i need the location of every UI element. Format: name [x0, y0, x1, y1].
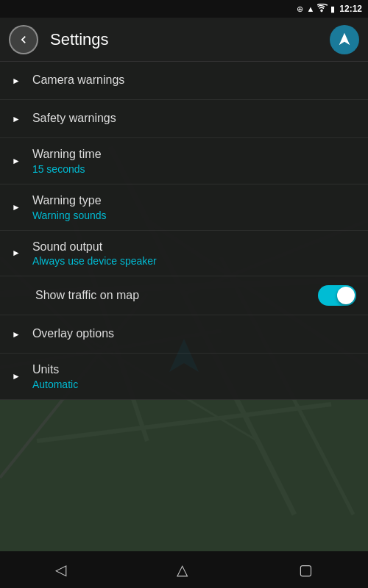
- item-label-camera-warnings: Camera warnings: [32, 73, 356, 88]
- settings-item-units[interactable]: ► Units Automatic: [0, 354, 368, 400]
- header: Settings: [0, 18, 368, 62]
- item-label-overlay-options: Overlay options: [32, 326, 356, 342]
- item-value-units: Automatic: [32, 379, 356, 390]
- svg-marker-13: [339, 32, 350, 45]
- item-content-warning-time: Warning time 15 seconds: [32, 147, 356, 175]
- toggle-knob-show-traffic: [337, 287, 355, 304]
- item-content-warning-type: Warning type Warning sounds: [32, 193, 356, 221]
- arrow-icon-sound-output: ►: [12, 248, 21, 258]
- navigation-button[interactable]: [330, 25, 359, 54]
- status-time: 12:12: [339, 4, 362, 14]
- item-label-safety-warnings: Safety warnings: [32, 111, 356, 126]
- item-value-warning-type: Warning sounds: [32, 209, 356, 221]
- page-title: Settings: [50, 30, 330, 49]
- settings-item-safety-warnings[interactable]: ► Safety warnings: [0, 100, 368, 138]
- home-nav-button[interactable]: △: [162, 555, 202, 584]
- item-label-warning-type: Warning type: [32, 193, 356, 209]
- location-icon: ⊕: [297, 4, 303, 14]
- item-label-units: Units: [32, 362, 356, 378]
- settings-item-warning-type[interactable]: ► Warning type Warning sounds: [0, 184, 368, 231]
- bottom-bar: ◁ △ ▢: [0, 551, 368, 588]
- item-content-units: Units Automatic: [32, 362, 356, 390]
- settings-item-warning-time[interactable]: ► Warning time 15 seconds: [0, 138, 368, 184]
- back-button[interactable]: [9, 25, 38, 54]
- arrow-icon-warning-time: ►: [12, 156, 21, 166]
- status-icons: ⊕ ▲ ▮: [297, 4, 335, 14]
- back-nav-button[interactable]: ◁: [40, 555, 81, 584]
- toggle-show-traffic[interactable]: [318, 285, 356, 306]
- item-label-warning-time: Warning time: [32, 147, 356, 162]
- status-bar: ⊕ ▲ ▮ 12:12: [0, 0, 368, 18]
- arrow-icon-warning-type: ►: [12, 202, 21, 212]
- arrow-icon-safety-warnings: ►: [12, 114, 21, 124]
- settings-list: ► Camera warnings ► Safety warnings ► Wa…: [0, 62, 368, 400]
- wifi-icon: [317, 4, 328, 14]
- item-content-overlay-options: Overlay options: [32, 326, 356, 342]
- battery-icon: ▮: [330, 4, 335, 14]
- item-content-safety-warnings: Safety warnings: [32, 111, 356, 126]
- signal-icon: ▲: [306, 4, 314, 13]
- item-content-camera-warnings: Camera warnings: [32, 73, 356, 88]
- settings-item-overlay-options[interactable]: ► Overlay options: [0, 315, 368, 354]
- arrow-icon-units: ►: [12, 371, 21, 381]
- recent-nav-button[interactable]: ▢: [284, 555, 328, 584]
- settings-item-show-traffic[interactable]: Show traffic on map: [0, 276, 368, 315]
- arrow-icon-camera-warnings: ►: [12, 76, 21, 86]
- item-content-sound-output: Sound output Always use device speaker: [32, 240, 356, 268]
- item-value-sound-output: Always use device speaker: [32, 255, 356, 267]
- item-value-warning-time: 15 seconds: [32, 163, 356, 175]
- item-label-show-traffic: Show traffic on map: [35, 288, 139, 304]
- arrow-icon-overlay-options: ►: [12, 329, 21, 340]
- settings-item-camera-warnings[interactable]: ► Camera warnings: [0, 62, 368, 100]
- item-label-sound-output: Sound output: [32, 240, 356, 255]
- settings-item-sound-output[interactable]: ► Sound output Always use device speaker: [0, 231, 368, 277]
